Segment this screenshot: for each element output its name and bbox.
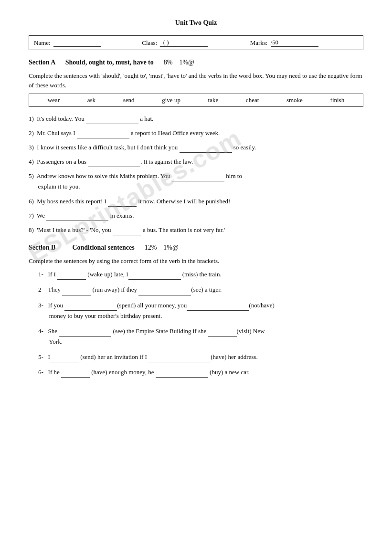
section-a-per-mark: 1%@ [179,59,194,66]
section-b-instruction: Complete the sentences by using the corr… [29,256,363,266]
section-a-instruction: Complete the sentences with 'should', 'o… [29,71,363,90]
sentence-a1: 1) It's cold today. You a hat. [29,114,363,124]
blank-b2a[interactable] [62,289,91,295]
blank-a2[interactable] [77,132,129,138]
sentence-a8: 8) 'Must I take a bus?' - 'No, you a bus… [29,225,363,235]
word-3: send [120,96,138,104]
section-b-per-mark: 1%@ [163,244,179,251]
sentence-b2: 2- They (run away) if they (see) a tiger… [38,284,363,295]
marks-label: Marks: [250,39,268,47]
blank-a4[interactable] [88,160,140,167]
name-value [53,39,101,47]
section-a-title: Should, ought to, must, have to [65,59,154,66]
sentence-a5: 5) Andrew knows how to solve this Maths … [29,171,363,192]
section-a-marks: 8% [164,59,173,66]
section-a-label: Section A [29,59,55,66]
blank-b6b[interactable] [156,371,208,378]
blank-b5b[interactable] [148,356,211,362]
sentence-b3: 3- If you (spend) all your money, you(no… [38,300,363,321]
word-1: wear [45,96,63,104]
word-6: cheat [243,96,262,104]
blank-a5[interactable] [172,175,224,181]
blank-b4a[interactable] [59,330,111,337]
sentence-a3: 3) I know it seems like a difficult task… [29,142,363,153]
sentence-b4: 4- She (see) the Empire State Building i… [38,326,363,347]
section-b-sentences: 1- If I (wake up) late, I (miss) the tra… [29,269,363,378]
blank-a3[interactable] [180,146,232,153]
sentence-a6: 6) My boss needs this report! I it now. … [29,196,363,207]
word-8: finish [328,96,348,104]
blank-b5a[interactable] [50,356,79,362]
sentence-a4: 4) Passengers on a bus . It is against t… [29,157,363,167]
section-b-header: Section B Conditional sentences 12% 1%@ [29,244,363,252]
blank-a8[interactable] [113,229,141,235]
blank-a6[interactable] [108,200,137,207]
section-a-sentences: 1) It's cold today. You a hat. 2) Mr. Ch… [29,114,363,235]
blank-b6a[interactable] [61,371,90,378]
sentence-b1: 1- If I (wake up) late, I (miss) the tra… [38,269,363,280]
word-2: ask [85,96,98,104]
blank-b3a[interactable] [64,304,117,311]
sentence-a7: 7) We in exams. [29,211,363,221]
marks-value: /50 [271,39,318,47]
sentence-a2: 2) Mr. Chui says I a report to Head Offi… [29,128,363,138]
section-b-marks: 12% [145,244,157,251]
word-box: wear ask send give up take cheat smoke f… [29,94,363,107]
marks-field: Marks: /50 [250,39,358,47]
word-7: smoke [284,96,306,104]
blank-b2b[interactable] [138,289,191,295]
blank-a1[interactable] [86,117,138,124]
word-5: take [205,96,222,104]
page-title: Unit Two Quiz [29,19,363,27]
word-4: give up [159,96,183,104]
name-label: Name: [34,39,51,47]
blank-b3b[interactable] [187,304,249,311]
blank-a7[interactable] [46,214,108,221]
name-field: Name: [34,39,142,47]
section-b-label: Section B [29,244,55,251]
blank-b1a[interactable] [57,273,86,280]
section-b-title: Conditional sentences [72,244,134,251]
sentence-b6: 6- If he (have) enough money, he (buy) a… [38,367,363,378]
blank-b1b[interactable] [128,273,181,280]
class-value: ( ) [160,39,208,47]
class-field: Class: ( ) [142,39,250,47]
header-box: Name: Class: ( ) Marks: /50 [29,35,363,50]
sentence-b5: 5- I (send) her an invitation if I (have… [38,352,363,362]
section-a-header: Section A Should, ought to, must, have t… [29,59,363,66]
class-label: Class: [142,39,157,47]
blank-b4b[interactable] [208,330,237,337]
